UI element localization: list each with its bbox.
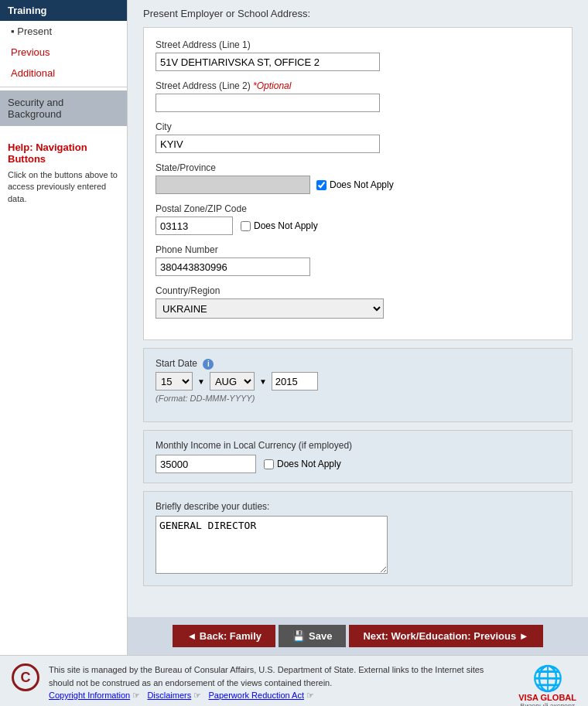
sidebar-training-label: Training bbox=[0, 0, 127, 21]
income-dna-row: Does Not Apply bbox=[264, 459, 341, 469]
help-body: Click on the buttons above to access pre… bbox=[8, 169, 119, 205]
start-date-group: Start Date i 15 ▼ AUG ▼ (For bbox=[156, 358, 560, 403]
duties-block: Briefly describe your duties: GENERAL DI… bbox=[143, 491, 573, 586]
state-label: State/Province bbox=[156, 162, 560, 173]
state-input[interactable] bbox=[156, 176, 310, 194]
phone-label: Phone Number bbox=[156, 244, 560, 255]
phone-input[interactable] bbox=[156, 258, 310, 276]
city-group: City bbox=[156, 121, 560, 153]
postal-dna-checkbox[interactable] bbox=[241, 221, 251, 231]
sidebar-security[interactable]: Security andBackground bbox=[0, 90, 127, 126]
duties-textarea[interactable]: GENERAL DIRECTOR bbox=[156, 516, 388, 574]
next-button[interactable]: Next: Work/Education: Previous ► bbox=[349, 625, 542, 647]
state-group: State/Province Does Not Apply bbox=[156, 162, 560, 194]
footer-body: This site is managed by the Bureau of Co… bbox=[49, 665, 484, 687]
income-input[interactable] bbox=[156, 455, 256, 473]
globe-icon: 🌐 bbox=[532, 663, 563, 693]
sidebar-help: Help: Navigation Buttons Click on the bu… bbox=[0, 134, 127, 213]
street1-label: Street Address (Line 1) bbox=[156, 39, 560, 50]
footer: C This site is managed by the Bureau of … bbox=[0, 655, 588, 706]
brand-sub: Визовый эксперт bbox=[520, 702, 575, 706]
help-title: Help: Navigation Buttons bbox=[8, 142, 119, 165]
city-label: City bbox=[156, 121, 560, 132]
income-block: Monthly Income in Local Currency (if emp… bbox=[143, 430, 573, 483]
postal-dna-row: Does Not Apply bbox=[241, 220, 318, 231]
postal-label: Postal Zone/ZIP Code bbox=[156, 203, 560, 214]
street1-input[interactable] bbox=[156, 53, 380, 71]
duties-label: Briefly describe your duties: bbox=[156, 501, 560, 512]
address-form-block: Street Address (Line 1) Street Address (… bbox=[143, 27, 573, 340]
section-title: Present Employer or School Address: bbox=[143, 8, 573, 19]
sidebar-item-additional[interactable]: Additional bbox=[0, 63, 127, 84]
sidebar-item-previous[interactable]: Previous bbox=[0, 42, 127, 63]
state-row: Does Not Apply bbox=[156, 176, 560, 194]
back-button[interactable]: ◄ Back: Family bbox=[173, 625, 275, 647]
income-dna-checkbox[interactable] bbox=[264, 459, 274, 469]
country-select[interactable]: UKRAINE UNITED STATES RUSSIA OTHER bbox=[156, 298, 384, 319]
brand-name: VISA GLOBAL bbox=[518, 693, 576, 702]
postal-dna-label: Does Not Apply bbox=[254, 220, 318, 231]
street2-optional: *Optional bbox=[253, 80, 291, 91]
phone-group: Phone Number bbox=[156, 244, 560, 276]
save-label: Save bbox=[309, 630, 332, 642]
postal-input[interactable] bbox=[156, 217, 233, 235]
footer-paperwork-link[interactable]: Paperwork Reduction Act bbox=[208, 691, 304, 700]
start-year-input[interactable] bbox=[272, 372, 318, 391]
postal-row: Does Not Apply bbox=[156, 217, 560, 235]
bottom-nav: ◄ Back: Family 💾 Save Next: Work/Educati… bbox=[128, 617, 588, 655]
street2-input[interactable] bbox=[156, 94, 380, 112]
sidebar-item-present[interactable]: Present bbox=[0, 21, 127, 42]
start-month-select[interactable]: AUG bbox=[210, 372, 255, 391]
sidebar-additional-label: Additional bbox=[11, 67, 55, 79]
start-date-block: Start Date i 15 ▼ AUG ▼ (For bbox=[143, 348, 573, 422]
street2-label: Street Address (Line 2) *Optional bbox=[156, 80, 560, 91]
month-arrow: ▼ bbox=[259, 377, 267, 386]
info-icon: i bbox=[203, 359, 214, 370]
day-arrow: ▼ bbox=[197, 377, 205, 386]
help-label: Help: bbox=[8, 142, 33, 153]
sidebar-present-label: Present bbox=[17, 26, 52, 37]
street2-group: Street Address (Line 2) *Optional bbox=[156, 80, 560, 112]
footer-c-logo: C bbox=[12, 663, 39, 691]
content-inner: Present Employer or School Address: Stre… bbox=[128, 0, 588, 609]
start-date-label: Start Date i bbox=[156, 358, 560, 370]
footer-copyright-link[interactable]: Copyright Information bbox=[49, 691, 130, 700]
start-day-select[interactable]: 15 bbox=[156, 372, 193, 391]
content-area: Present Employer or School Address: Stre… bbox=[128, 0, 588, 655]
country-group: Country/Region UKRAINE UNITED STATES RUS… bbox=[156, 285, 560, 319]
street1-group: Street Address (Line 1) bbox=[156, 39, 560, 71]
footer-disclaimers-link[interactable]: Disclaimers bbox=[147, 691, 191, 700]
income-dna-label: Does Not Apply bbox=[277, 459, 341, 469]
save-button[interactable]: 💾 Save bbox=[279, 625, 346, 647]
state-dna-row: Does Not Apply bbox=[316, 179, 394, 190]
sidebar-divider bbox=[0, 87, 127, 87]
start-date-row: 15 ▼ AUG ▼ bbox=[156, 372, 560, 391]
sidebar-previous-label: Previous bbox=[11, 46, 50, 58]
footer-brand: 🌐 VISA GLOBAL Визовый эксперт bbox=[518, 663, 576, 706]
income-row: Does Not Apply bbox=[156, 455, 560, 473]
start-date-format-hint: (Format: DD-MMM-YYYY) bbox=[156, 394, 560, 403]
footer-text: This site is managed by the Bureau of Co… bbox=[49, 663, 509, 702]
income-label: Monthly Income in Local Currency (if emp… bbox=[156, 440, 560, 451]
postal-group: Postal Zone/ZIP Code Does Not Apply bbox=[156, 203, 560, 235]
sidebar: Training Present Previous Additional Sec… bbox=[0, 0, 128, 655]
city-input[interactable] bbox=[156, 135, 380, 153]
state-dna-checkbox[interactable] bbox=[316, 180, 326, 190]
state-dna-label: Does Not Apply bbox=[330, 179, 394, 190]
country-label: Country/Region bbox=[156, 285, 560, 296]
save-icon: 💾 bbox=[292, 630, 305, 642]
